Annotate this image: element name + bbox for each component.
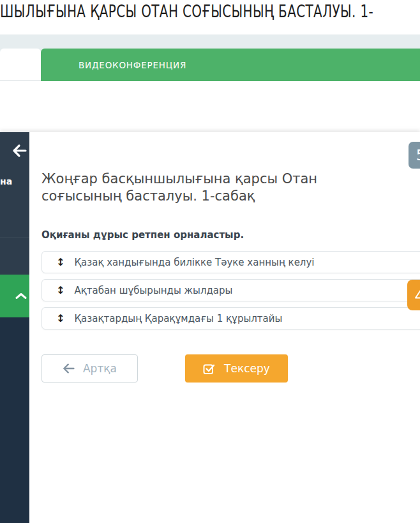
task-sidebar: на <box>0 132 29 523</box>
tab-videoconference-label: ВИДЕОКОНФЕРЕНЦИЯ <box>41 60 186 70</box>
back-button[interactable]: Артқа <box>41 354 138 383</box>
tab-videoconference[interactable]: ВИДЕОКОНФЕРЕНЦИЯ <box>41 49 420 81</box>
list-item-label: Қазақтардың Қарақұмдағы 1 құрылтайы <box>74 313 282 324</box>
list-item-label: Ақтабан шұбырынды жылдары <box>74 285 232 296</box>
lesson-header: ШЫЛЫҒЫНА ҚАРСЫ ОТАН СОҒЫСЫНЫҢ БАСТАЛУЫ. … <box>0 0 420 34</box>
drag-handle-icon[interactable]: ↕ <box>56 285 64 296</box>
chevron-up-icon <box>15 290 29 302</box>
tab-bar: ВИДЕОКОНФЕРЕНЦИЯ <box>0 34 420 81</box>
screen: ШЫЛЫҒЫНА ҚАРСЫ ОТАН СОҒЫСЫНЫҢ БАСТАЛУЫ. … <box>0 0 420 523</box>
back-arrow-button[interactable] <box>11 144 28 159</box>
side-panel-badge[interactable]: 5 <box>409 142 420 169</box>
tab-bar-divider <box>0 80 41 81</box>
hint-badge[interactable] <box>407 280 420 310</box>
lesson-header-title: ШЫЛЫҒЫНА ҚАРСЫ ОТАН СОҒЫСЫНЫҢ БАСТАЛУЫ. … <box>0 1 373 21</box>
triangle-icon <box>415 288 420 302</box>
sidebar-lower-section <box>0 317 29 523</box>
task-widget: на 5 Жоңғар басқыншылығына қарсы Отан со… <box>0 132 420 523</box>
task-title: Жоңғар басқыншылығына қарсы Отан соғысын… <box>41 171 399 205</box>
list-item[interactable]: ↕ Қазақтардың Қарақұмдағы 1 құрылтайы <box>41 307 420 330</box>
sidebar-divider <box>0 238 29 238</box>
back-button-label: Артқа <box>83 362 117 375</box>
drag-handle-icon[interactable]: ↕ <box>56 257 64 268</box>
task-panel: 5 Жоңғар басқыншылығына қарсы Отан соғыс… <box>29 132 420 523</box>
sidebar-collapse-button[interactable] <box>0 275 29 317</box>
list-item[interactable]: ↕ Ақтабан шұбырынды жылдары <box>41 279 420 301</box>
arrow-left-icon <box>11 148 27 160</box>
check-button-label: Тексеру <box>224 362 270 375</box>
sortable-list: ↕ Қазақ хандығында билікке Тәуке ханның … <box>41 251 420 335</box>
list-item-label: Қазақ хандығында билікке Тәуке ханның ке… <box>74 257 314 268</box>
sidebar-clipped-label: на <box>0 176 12 186</box>
list-item[interactable]: ↕ Қазақ хандығында билікке Тәуке ханның … <box>41 251 420 273</box>
side-panel-badge-glyph: 5 <box>416 147 420 163</box>
task-instruction: Оқиғаны дұрыс ретпен орналастыр. <box>41 229 244 241</box>
arrow-left-icon <box>63 363 75 374</box>
tab-inactive[interactable] <box>0 49 41 80</box>
check-button[interactable]: Тексеру <box>185 354 288 383</box>
drag-handle-icon[interactable]: ↕ <box>56 314 64 324</box>
check-square-icon <box>203 363 215 375</box>
